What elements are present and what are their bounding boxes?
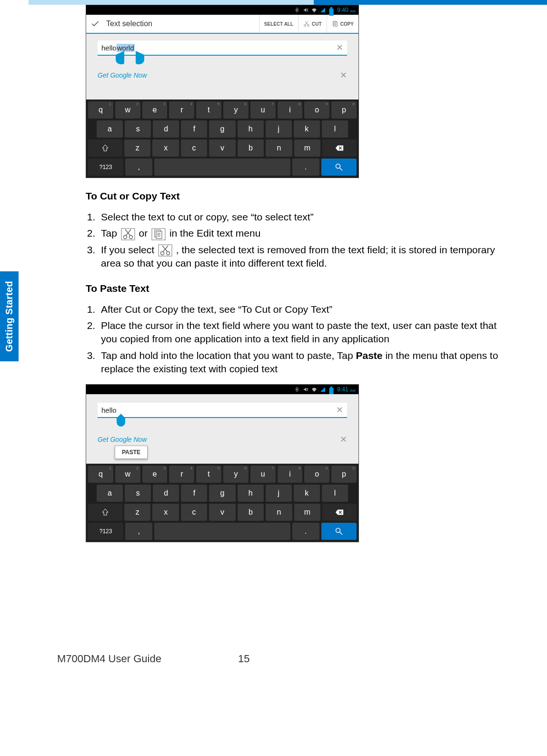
symbols-key[interactable]: ?123 [88, 159, 123, 176]
selection-handle-right[interactable] [136, 55, 144, 64]
backspace-key[interactable] [322, 139, 357, 157]
selection-handle-left[interactable] [116, 55, 124, 64]
search-key[interactable] [321, 159, 357, 176]
cut-label: CUT [312, 21, 322, 27]
cursor-handle[interactable] [117, 417, 125, 427]
key-a[interactable]: a [97, 120, 123, 138]
key-r[interactable]: r4 [169, 466, 194, 483]
shift-key[interactable] [88, 139, 122, 157]
key-a[interactable]: a [97, 485, 123, 502]
key-s[interactable]: s [125, 120, 151, 138]
key-u[interactable]: u7 [250, 466, 276, 483]
wifi-icon [311, 387, 317, 392]
section-side-tab: Getting Started [0, 271, 19, 361]
keyboard: q1w2e3r4t5y6u7i8o9p0 asdfghjkl zxcvbnm ?… [86, 464, 358, 542]
key-z[interactable]: z [124, 139, 150, 157]
comma-key[interactable]: , [125, 159, 152, 176]
status-time-ampm: AM [350, 388, 356, 393]
key-x[interactable]: x [152, 504, 179, 521]
key-j[interactable]: j [266, 120, 292, 138]
comma-key[interactable]: , [125, 523, 152, 540]
key-t[interactable]: t5 [196, 466, 221, 483]
backspace-key[interactable] [322, 504, 357, 521]
page-top-border [29, 0, 547, 5]
key-w[interactable]: w2 [115, 101, 140, 119]
svg-rect-3 [330, 7, 333, 9]
key-e[interactable]: e3 [142, 101, 168, 119]
key-o[interactable]: o9 [304, 466, 329, 483]
copy-button[interactable]: COPY [327, 15, 358, 33]
google-now-row[interactable]: Get Google Now ✕ [98, 70, 347, 80]
key-q[interactable]: q1 [88, 101, 113, 119]
select-all-label: SELECT ALL [264, 21, 293, 27]
key-d[interactable]: d [153, 120, 179, 138]
key-s[interactable]: s [125, 485, 151, 502]
clear-icon[interactable]: ✕ [336, 405, 343, 415]
shift-key[interactable] [88, 504, 122, 521]
key-l[interactable]: l [322, 485, 348, 502]
key-c[interactable]: c [181, 504, 207, 521]
key-g[interactable]: g [209, 120, 235, 138]
dismiss-icon[interactable]: ✕ [340, 70, 347, 80]
key-i[interactable]: i8 [278, 101, 303, 119]
screenshot-text-selection: 9:40 AM Text selection SELECT ALL CUT CO… [86, 5, 359, 178]
key-t[interactable]: t5 [196, 101, 221, 119]
key-w[interactable]: w2 [115, 466, 140, 483]
key-b[interactable]: b [238, 504, 264, 521]
key-q[interactable]: q1 [88, 466, 113, 483]
key-m[interactable]: m [294, 504, 320, 521]
status-time-value: 9:41 [337, 386, 348, 393]
key-y[interactable]: y6 [223, 466, 249, 483]
key-k[interactable]: k [294, 120, 320, 138]
key-c[interactable]: c [181, 139, 207, 157]
status-time-ampm: AM [350, 9, 356, 13]
key-r[interactable]: r4 [169, 101, 194, 119]
key-p[interactable]: p0 [331, 101, 357, 119]
done-icon[interactable] [86, 15, 104, 33]
clear-icon[interactable]: ✕ [336, 42, 343, 53]
key-d[interactable]: d [153, 485, 179, 502]
key-x[interactable]: x [152, 139, 179, 157]
period-key[interactable]: . [292, 159, 319, 176]
key-b[interactable]: b [238, 139, 264, 157]
key-l[interactable]: l [322, 120, 348, 138]
status-bar: 9:40 AM [86, 5, 358, 15]
key-k[interactable]: k [294, 485, 320, 502]
key-z[interactable]: z [124, 504, 150, 521]
key-e[interactable]: e3 [142, 466, 168, 483]
search-input[interactable]: hello world ✕ [98, 40, 347, 56]
key-g[interactable]: g [209, 485, 235, 502]
search-input[interactable]: hello ✕ [98, 403, 347, 418]
key-i[interactable]: i8 [278, 466, 303, 483]
symbols-key[interactable]: ?123 [88, 523, 123, 540]
key-n[interactable]: n [266, 504, 292, 521]
key-u[interactable]: u7 [250, 101, 276, 119]
key-m[interactable]: m [294, 139, 320, 157]
period-key[interactable]: . [292, 523, 319, 540]
cut-button[interactable]: CUT [298, 15, 327, 33]
key-f[interactable]: f [181, 120, 207, 138]
select-all-button[interactable]: SELECT ALL [259, 15, 298, 33]
search-key[interactable] [321, 523, 357, 540]
key-n[interactable]: n [266, 139, 292, 157]
svg-rect-13 [121, 229, 135, 240]
action-bar: Text selection SELECT ALL CUT COPY [86, 15, 358, 34]
key-o[interactable]: o9 [304, 101, 329, 119]
key-p[interactable]: p0 [331, 466, 357, 483]
dismiss-icon[interactable]: ✕ [340, 434, 347, 445]
key-v[interactable]: v [209, 504, 235, 521]
key-j[interactable]: j [266, 485, 292, 502]
svg-line-30 [339, 532, 342, 535]
google-now-label: Get Google Now [98, 71, 147, 79]
key-v[interactable]: v [209, 139, 235, 157]
page-number: 15 [238, 653, 249, 665]
space-key[interactable] [154, 523, 290, 540]
key-y[interactable]: y6 [223, 101, 249, 119]
key-f[interactable]: f [181, 485, 207, 502]
paste-button[interactable]: PASTE [115, 446, 148, 459]
google-now-row[interactable]: Get Google Now ✕ PASTE [98, 434, 347, 445]
key-h[interactable]: h [238, 120, 264, 138]
key-h[interactable]: h [238, 485, 264, 502]
heading-paste: To Paste Text [86, 283, 499, 294]
space-key[interactable] [154, 159, 290, 176]
